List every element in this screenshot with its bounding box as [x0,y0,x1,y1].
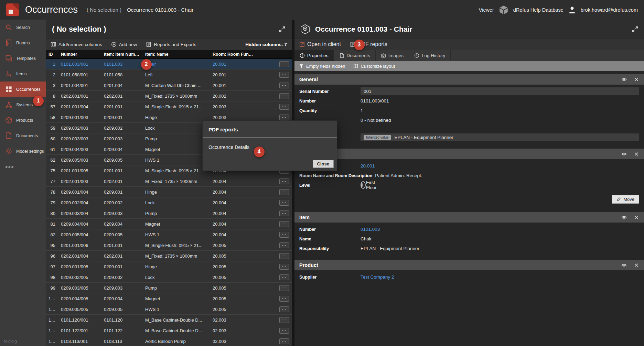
table-row[interactable]: 30201.004/0010201.004M_Curtain Wall Dbl … [46,80,292,91]
row-menu-button[interactable]: ... [279,274,289,280]
close-button[interactable]: Close [313,160,334,168]
sidebar-item-templates[interactable]: Templates [0,51,46,66]
table-row[interactable]: 20101.058/0010101.058Left20.001... [46,69,292,80]
tab-documents[interactable]: Documents [334,50,376,61]
table-row[interactable]: 820209.005/0040209.005HWS 120.004... [46,229,292,240]
table-row[interactable]: 970209.001/0050209.001Hinge20.005... [46,261,292,272]
row-menu-button[interactable]: ... [279,104,289,110]
radio-button[interactable] [361,183,363,188]
column-header-item-item-number[interactable]: Item: Item Number [101,52,142,57]
row-menu-button[interactable]: ... [279,83,289,88]
row-menu-button[interactable]: ... [279,328,289,334]
table-row[interactable]: 1350101.122/0010101.122M_Base Cabinet-Do… [46,325,292,336]
table-row[interactable]: 780209.001/0040209.001Hinge20.004... [46,187,292,197]
row-menu-button[interactable]: ... [279,338,289,344]
close-icon[interactable] [634,77,639,82]
row-menu-button[interactable]: ... [279,317,289,323]
toolbar-reports-and-exports[interactable]: Reports and Exports [146,42,196,47]
field-value[interactable]: 001 [361,87,639,95]
field-value[interactable]: Inherited valueEPLAN - Equipment Planner [361,133,639,141]
column-header-room-room-function[interactable]: Room: Room Function # [210,52,257,57]
row-menu-button[interactable]: ... [279,72,289,78]
table-row[interactable]: 1000209.004/0050209.004Magnet20.005... [46,293,292,304]
tab-properties[interactable]: Properties [294,50,334,61]
field-value: 0 - Not defined [361,116,639,124]
field-value[interactable]: 0101.003 [361,225,639,233]
filter-empty-fields-hidden[interactable]: Empty fields hidden [299,64,345,69]
close-icon[interactable] [634,151,639,157]
row-menu-button[interactable]: ... [279,210,289,216]
row-menu-button[interactable]: ... [279,285,289,291]
close-icon[interactable] [634,262,639,268]
row-menu-button[interactable]: ... [279,242,289,248]
eye-icon[interactable] [621,77,627,82]
row-menu-button[interactable]: ... [279,179,289,184]
close-icon[interactable] [634,215,639,220]
row-menu-button[interactable]: ... [279,189,289,195]
row-room: 20.004 [210,221,257,227]
sidebar-item-label: Rooms [16,41,30,45]
row-menu-button[interactable]: ... [279,61,289,67]
sidebar-item-products[interactable]: Products [0,112,46,128]
column-header-item-name[interactable]: Item: Name [142,52,210,57]
viewer-cube-icon[interactable] [498,5,509,15]
user-email[interactable]: brok.howard@drofus.com [581,7,638,13]
table-row[interactable]: 800209.003/0040209.003Pump20.004... [46,208,292,219]
row-menu-button[interactable]: ... [279,115,289,120]
table-row[interactable]: 960202.001/0040202.001M_Fixed: 1735 × 10… [46,251,292,261]
filter-customize-layout[interactable]: Customize layout [353,64,395,69]
row-menu-button[interactable]: ... [279,200,289,206]
row-menu-button[interactable]: ... [279,296,289,302]
dialog-item-occurrence-details[interactable]: Occurrence Details [203,138,337,157]
table-row[interactable]: 570201.001/0040201.001M_Single-Flush: 09… [46,101,292,112]
sidebar-item-documents[interactable]: Documents [0,128,46,143]
row-menu-button[interactable]: ... [279,221,289,227]
table-row[interactable]: 1340101.120/0010101.120M_Base Cabinet-Do… [46,315,292,325]
sidebar-item-model-settings[interactable]: Model settings [0,143,46,159]
occurrence-detail-panel: Occurrence 0101.003 - Chair Open in clie… [294,20,644,346]
field-value[interactable]: 20.001 [361,162,639,170]
row-menu-button[interactable]: ... [279,93,289,99]
field-value-text: Patient Admin. Recept. [375,173,422,178]
toolbar-add-remove-columns[interactable]: Add/remove columns [51,42,102,47]
database-name[interactable]: dRofus Help Database [513,7,564,13]
sidebar-item-occurrences[interactable]: Occurrences [0,82,46,97]
table-row[interactable]: 1360103.113/0010103.113Aortic Balloon Pu… [46,336,292,346]
field-value[interactable]: Test Company 2 [361,273,639,281]
row-item-number: 0209.004 [101,296,142,301]
row-menu-button[interactable]: ... [279,253,289,259]
tab-images[interactable]: Images [376,50,409,61]
row-room: 02.003 [210,339,257,344]
sidebar-item-items[interactable]: Items [0,66,46,82]
row-id: 82 [46,232,58,237]
row-actions-cell: ... [277,179,292,184]
table-row[interactable]: 80202.001/0010202.001M_Fixed: 1735 × 100… [46,91,292,101]
row-menu-button[interactable]: ... [279,264,289,270]
panel-divider[interactable] [292,20,294,346]
row-menu-button[interactable]: ... [279,306,289,312]
expand-panel-icon[interactable] [279,26,286,33]
table-row[interactable]: 990209.003/0050209.003Pump20.005... [46,283,292,293]
move-button[interactable]: Move [612,195,639,204]
toolbar-add-new[interactable]: Add new [111,42,137,47]
table-row[interactable]: 810209.004/0040209.004Magnet20.004... [46,219,292,229]
table-row[interactable]: 790209.002/0040209.002Lock20.004... [46,197,292,208]
column-header-id[interactable]: ID [46,52,58,57]
table-row[interactable]: 770202.001/0030202.001M_Fixed: 1735 × 10… [46,176,292,187]
sidebar-collapse-button[interactable]: <<< [0,159,46,170]
column-header-number[interactable]: Number [58,52,101,57]
sidebar-item-rooms[interactable]: Rooms [0,35,46,51]
eye-icon[interactable] [621,215,627,220]
eye-icon[interactable] [621,151,627,157]
table-row[interactable]: 950201.001/0060201.001M_Single-Flush: 09… [46,240,292,251]
toolbar-open-in-client[interactable]: Open in client [299,41,341,47]
table-row[interactable]: 10101.003/0010101.003Chair20.001... [46,59,292,69]
expand-detail-icon[interactable] [632,26,638,33]
breadcrumb-selection: ( No selection ) [87,7,121,13]
row-menu-button[interactable]: ... [279,232,289,238]
sidebar-item-search[interactable]: Search [0,20,46,35]
table-row[interactable]: 1010209.005/0050209.005HWS 120.005... [46,304,292,315]
eye-icon[interactable] [621,262,627,268]
table-row[interactable]: 980209.002/0050209.002Lock20.005... [46,272,292,283]
tab-log-history[interactable]: Log History [409,50,451,61]
